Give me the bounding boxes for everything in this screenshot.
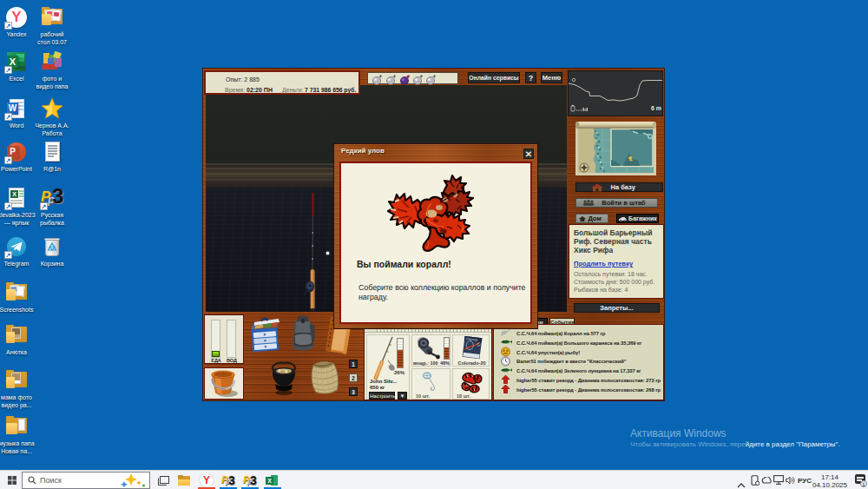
svg-text:6 m: 6 m: [651, 105, 661, 111]
